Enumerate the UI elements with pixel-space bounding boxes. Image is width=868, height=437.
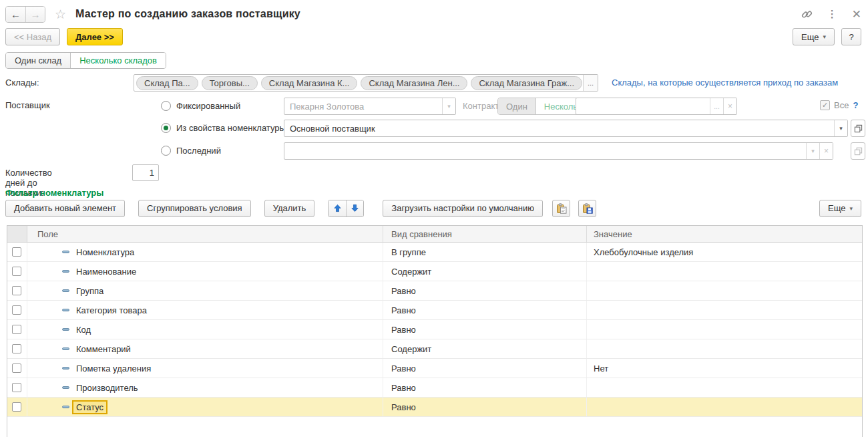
warehouse-chip[interactable]: Склад Магазина К... xyxy=(261,76,358,90)
table-row[interactable]: КомментарийСодержит xyxy=(7,339,862,359)
row-comparison-cell[interactable]: Равно xyxy=(383,301,587,319)
row-value-cell[interactable] xyxy=(587,262,862,281)
group-conditions-button[interactable]: Сгруппировать условия xyxy=(138,200,251,217)
delete-button[interactable]: Удалить xyxy=(264,200,315,217)
row-checkbox[interactable] xyxy=(12,305,21,315)
warehouse-chip[interactable]: Склад Магазина Лен... xyxy=(361,76,467,90)
warehouse-chip[interactable]: Склад Магазина Граж... xyxy=(471,76,582,90)
row-value-cell[interactable] xyxy=(587,378,862,397)
back-button[interactable]: << Назад xyxy=(5,28,60,45)
load-defaults-button[interactable]: Загрузить настройки по умолчанию xyxy=(383,200,543,217)
table-row[interactable]: НоменклатураВ группеХлебобулочные издели… xyxy=(7,243,862,262)
property-open-button[interactable] xyxy=(851,120,865,137)
row-checkbox[interactable] xyxy=(12,267,21,276)
contract-value-field[interactable]: ... × xyxy=(576,98,737,115)
radio-last-label[interactable]: Последний xyxy=(176,146,221,156)
last-supplier-field[interactable]: ▾ × xyxy=(284,142,833,160)
row-comparison-cell[interactable]: Равно xyxy=(383,281,587,300)
all-checkbox[interactable]: ✓ xyxy=(820,100,830,110)
table-empty-area[interactable] xyxy=(7,417,862,437)
row-field-cell[interactable]: Наименование xyxy=(27,262,383,281)
warehouse-chip[interactable]: Склад Па... xyxy=(136,76,198,90)
table-row[interactable]: ГруппаРавно xyxy=(7,281,862,301)
row-checkbox-cell[interactable] xyxy=(7,378,27,397)
paste-settings-button[interactable] xyxy=(552,200,570,217)
contract-one-segment[interactable]: Один xyxy=(498,98,536,114)
last-open-button[interactable] xyxy=(851,142,865,160)
row-value-cell[interactable]: Нет xyxy=(587,359,862,378)
property-supplier-field[interactable]: Основной поставщик ▾ xyxy=(284,120,848,137)
save-settings-button[interactable] xyxy=(578,200,596,217)
row-checkbox-cell[interactable] xyxy=(7,320,27,339)
forward-arrow-button[interactable]: → xyxy=(25,7,45,22)
fixed-supplier-field[interactable]: Пекарня Золотова ▾ xyxy=(284,98,456,115)
table-row[interactable]: Категория товараРавно xyxy=(7,301,862,320)
warehouse-chip[interactable]: Торговы... xyxy=(202,76,258,90)
more-menu-icon[interactable]: ⋮ xyxy=(827,8,837,20)
move-down-button[interactable] xyxy=(346,200,363,216)
table-row[interactable]: ПроизводительРавно xyxy=(7,378,862,398)
row-field-cell[interactable]: Группа xyxy=(27,281,383,300)
radio-last[interactable] xyxy=(161,146,171,156)
tab-multiple-warehouses[interactable]: Несколько складов xyxy=(70,53,166,68)
row-value-cell[interactable] xyxy=(587,320,862,339)
row-value-cell[interactable]: Хлебобулочные изделия xyxy=(587,243,862,261)
warehouses-ellipsis-button[interactable]: ... xyxy=(583,75,598,91)
row-checkbox-cell[interactable] xyxy=(7,243,27,261)
radio-property-label[interactable]: Из свойства номенклатуры xyxy=(176,123,286,133)
row-comparison-cell[interactable]: Содержит xyxy=(383,339,587,358)
table-row[interactable]: НаименованиеСодержит xyxy=(7,262,862,281)
back-arrow-button[interactable]: ← xyxy=(6,7,25,22)
link-icon[interactable] xyxy=(801,9,813,20)
row-value-cell[interactable] xyxy=(587,301,862,319)
property-dropdown-icon[interactable]: ▾ xyxy=(834,120,847,136)
row-checkbox-cell[interactable] xyxy=(7,262,27,281)
row-checkbox[interactable] xyxy=(12,344,21,353)
row-checkbox[interactable] xyxy=(12,383,21,392)
warehouses-hint-link[interactable]: Склады, на которые осуществляется приход… xyxy=(612,78,838,88)
row-field-cell[interactable]: Комментарий xyxy=(27,339,383,358)
last-clear-icon[interactable]: × xyxy=(819,143,833,159)
more-button-top[interactable]: Еще▾ xyxy=(793,28,835,45)
radio-fixed[interactable] xyxy=(161,101,171,111)
table-row[interactable]: СтатусРавно xyxy=(7,398,862,417)
row-checkbox-cell[interactable] xyxy=(7,281,27,300)
row-comparison-cell[interactable]: Равно xyxy=(383,398,587,416)
radio-property[interactable] xyxy=(161,123,171,133)
row-value-cell[interactable] xyxy=(587,281,862,300)
contract-clear-icon[interactable]: × xyxy=(723,98,736,114)
row-comparison-cell[interactable]: Равно xyxy=(383,378,587,397)
table-row[interactable]: Пометка удаленияРавноНет xyxy=(7,359,862,378)
row-field-cell[interactable]: Производитель xyxy=(27,378,383,397)
row-comparison-cell[interactable]: Содержит xyxy=(383,262,587,281)
favorite-star-icon[interactable]: ☆ xyxy=(55,7,66,22)
row-checkbox[interactable] xyxy=(12,363,21,373)
row-checkbox[interactable] xyxy=(12,402,21,412)
warehouses-field[interactable]: Склад Па...Торговы...Склад Магазина К...… xyxy=(134,74,598,92)
contract-ellipsis-icon[interactable]: ... xyxy=(710,98,723,114)
add-element-button[interactable]: Добавить новый элемент xyxy=(5,200,125,217)
row-checkbox[interactable] xyxy=(12,325,21,334)
row-checkbox-cell[interactable] xyxy=(7,359,27,378)
row-field-cell[interactable]: Статус xyxy=(27,398,383,416)
row-field-cell[interactable]: Код xyxy=(27,320,383,339)
row-checkbox-cell[interactable] xyxy=(7,301,27,319)
close-icon[interactable]: ✕ xyxy=(852,7,861,21)
row-field-cell[interactable]: Категория товара xyxy=(27,301,383,319)
row-field-cell[interactable]: Номенклатура xyxy=(27,243,383,261)
delivery-days-input[interactable] xyxy=(132,164,159,181)
tab-single-warehouse[interactable]: Один склад xyxy=(6,53,70,68)
table-row[interactable]: КодРавно xyxy=(7,320,862,339)
row-value-cell[interactable] xyxy=(587,398,862,416)
row-comparison-cell[interactable]: В группе xyxy=(383,243,587,261)
next-button[interactable]: Далее >> xyxy=(67,28,123,45)
row-checkbox-cell[interactable] xyxy=(7,339,27,358)
last-dropdown-icon[interactable]: ▾ xyxy=(806,143,819,159)
fixed-supplier-dropdown-icon[interactable]: ▾ xyxy=(442,98,455,114)
row-comparison-cell[interactable]: Равно xyxy=(383,320,587,339)
help-button[interactable]: ? xyxy=(841,28,861,45)
row-checkbox[interactable] xyxy=(12,247,21,257)
row-comparison-cell[interactable]: Равно xyxy=(383,359,587,378)
more-button-filter[interactable]: Еще▾ xyxy=(819,200,861,217)
radio-fixed-label[interactable]: Фиксированный xyxy=(176,101,240,111)
